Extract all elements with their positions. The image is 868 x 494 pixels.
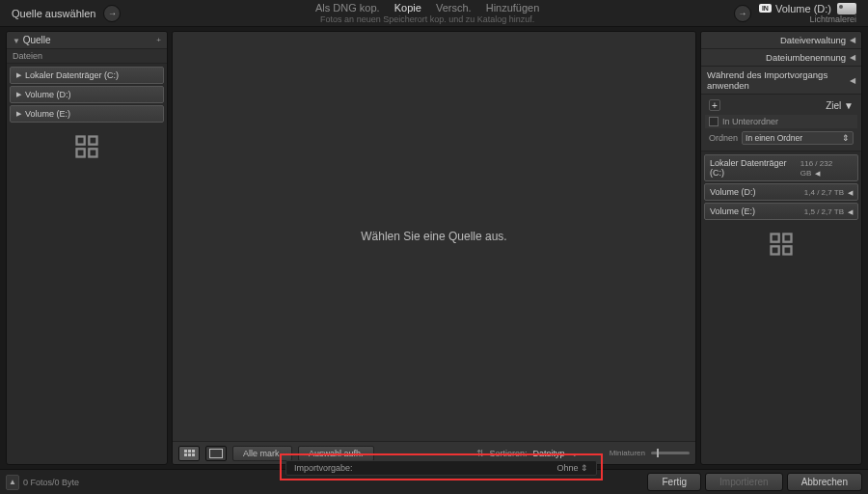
dest-title: Volume (D:)	[775, 3, 831, 14]
chevron-left-icon: ◀	[815, 170, 820, 177]
preview-empty-message: Wählen Sie eine Quelle aus.	[173, 32, 695, 441]
uncheck-all-button[interactable]: Auswahl aufh.	[298, 446, 374, 461]
source-drive-c[interactable]: ▶Lokaler Datenträger (C:)	[10, 67, 164, 84]
chevron-left-icon: ◀	[848, 208, 853, 215]
main-columns: ▼ Quelle + Dateien ▶Lokaler Datenträger …	[0, 27, 868, 469]
organize-row: Ordnen In einen Ordner ⇕	[705, 128, 857, 148]
destination-empty-area	[701, 223, 861, 464]
mode-copy[interactable]: Kopie	[394, 2, 421, 14]
sort-direction-icon[interactable]: ⇅	[476, 448, 484, 458]
grid-view-button[interactable]	[178, 446, 200, 461]
plus-icon[interactable]: +	[156, 36, 161, 44]
thumbnail-size-slider[interactable]	[651, 452, 690, 454]
drive-label: Lokaler Datenträger (C:)	[25, 70, 119, 80]
source-panel-title: Quelle	[23, 35, 51, 45]
top-bar: Quelle auswählen → Als DNG kop. Kopie Ve…	[0, 0, 868, 27]
source-panel: ▼ Quelle + Dateien ▶Lokaler Datenträger …	[6, 31, 168, 465]
dest-drive-d[interactable]: Volume (D:) 1,4 / 2,7 TB◀	[704, 183, 858, 201]
drive-label: Volume (E:)	[25, 109, 70, 119]
chevron-updown-icon: ⇕	[581, 463, 588, 473]
apply-during-import-header[interactable]: Während des Importvorgangs anwenden◀	[701, 67, 861, 95]
subfolder-row[interactable]: In Unterordner	[705, 115, 857, 128]
source-drive-e[interactable]: ▶Volume (E:)	[10, 105, 164, 123]
drive-label: Lokaler Datenträger (C:)	[710, 158, 800, 178]
dest-subtitle: Lichtmalerei	[809, 14, 856, 24]
chevron-updown-icon: ⇕	[842, 133, 850, 143]
destination-drive-list: Lokaler Datenträger (C:) 116 / 232 GB◀ V…	[701, 151, 861, 223]
file-handling-header[interactable]: Dateiverwaltung◀	[701, 32, 861, 49]
dest-badge: IN	[759, 4, 772, 13]
mode-dng[interactable]: Als DNG kop.	[315, 2, 380, 14]
source-empty-area	[7, 125, 167, 464]
sort-label: Sortieren:	[490, 449, 528, 458]
add-destination-button[interactable]: +	[709, 99, 720, 111]
chevron-left-icon: ◀	[848, 189, 853, 196]
svg-rect-2	[77, 149, 85, 156]
import-button[interactable]: Importieren	[705, 473, 783, 491]
drive-size: 1,4 / 2,7 TB	[804, 188, 844, 197]
svg-rect-6	[772, 246, 779, 254]
source-panel-header[interactable]: ▼ Quelle +	[7, 32, 167, 49]
organize-select[interactable]: In einen Ordner ⇕	[742, 131, 854, 145]
single-view-button[interactable]	[205, 446, 227, 461]
drive-label: Volume (E:)	[710, 206, 755, 216]
svg-rect-5	[783, 234, 791, 242]
subfolder-label: In Unterordner	[722, 117, 778, 126]
chevron-down-icon: ▼	[13, 37, 20, 45]
destination-picker[interactable]: IN Volume (D:) Lichtmalerei	[759, 3, 856, 24]
files-subheader: Dateien	[7, 49, 167, 64]
grid-placeholder-icon	[73, 133, 100, 160]
organize-value: In einen Ordner	[746, 133, 802, 143]
status-text: 0 Fotos/0 Byte	[23, 478, 79, 487]
preview-panel: Wählen Sie eine Quelle aus. Alle mark. A…	[172, 31, 696, 465]
dest-drive-c[interactable]: Lokaler Datenträger (C:) 116 / 232 GB◀	[704, 154, 858, 181]
svg-rect-3	[89, 149, 96, 156]
svg-rect-4	[772, 234, 779, 242]
check-all-button[interactable]: Alle mark.	[232, 446, 292, 461]
disk-icon	[837, 3, 856, 14]
cancel-button[interactable]: Abbrechen	[787, 473, 862, 491]
chevron-down-icon[interactable]: ▼	[844, 100, 854, 111]
mode-add[interactable]: Hinzufügen	[486, 2, 540, 14]
destination-block: + Ziel ▼ In Unterordner Ordnen In einen …	[701, 95, 861, 151]
import-mode-group: Als DNG kop. Kopie Versch. Hinzufügen Fo…	[128, 2, 725, 24]
chevron-right-icon: ▶	[16, 91, 21, 98]
svg-rect-1	[89, 137, 96, 145]
destination-panel: Dateiverwaltung◀ Dateiumbenennung◀ Währe…	[700, 31, 862, 465]
drive-label: Volume (D:)	[710, 187, 756, 197]
source-drive-d[interactable]: ▶Volume (D:)	[10, 86, 164, 103]
organize-label: Ordnen	[709, 133, 738, 143]
expand-source-icon[interactable]: →	[103, 5, 121, 22]
mode-subtitle: Fotos an neuen Speicherort kop. und zu K…	[128, 14, 725, 24]
expand-dest-icon[interactable]: →	[734, 5, 751, 22]
drive-label: Volume (D:)	[25, 90, 71, 99]
source-drive-list: ▶Lokaler Datenträger (C:) ▶Volume (D:) ▶…	[7, 64, 167, 125]
chevron-right-icon: ▶	[16, 110, 21, 118]
chevron-left-icon: ◀	[850, 53, 855, 62]
drive-size: 1,5 / 2,7 TB	[804, 207, 844, 216]
svg-rect-0	[77, 137, 85, 145]
mode-move[interactable]: Versch.	[436, 2, 472, 14]
dest-drive-e[interactable]: Volume (E:) 1,5 / 2,7 TB◀	[704, 203, 858, 220]
chevron-left-icon: ◀	[850, 76, 855, 85]
collapse-panel-button[interactable]: ▲	[6, 475, 19, 490]
import-preset-value[interactable]: Ohne	[556, 463, 578, 473]
chevron-left-icon: ◀	[850, 36, 855, 44]
subfolder-checkbox[interactable]	[709, 117, 719, 126]
file-renaming-header[interactable]: Dateiumbenennung◀	[701, 49, 861, 67]
import-preset-bar[interactable]: Importvorgabe: Ohne ⇕	[285, 460, 597, 476]
destination-title: Ziel	[826, 100, 841, 111]
svg-rect-7	[783, 246, 791, 254]
sort-value[interactable]: Dateityp	[533, 449, 565, 458]
done-button[interactable]: Fertig	[647, 473, 701, 491]
import-preset-label: Importvorgabe:	[294, 463, 353, 473]
chevron-right-icon: ▶	[16, 71, 21, 79]
grid-placeholder-icon	[768, 231, 795, 258]
source-picker[interactable]: Quelle auswählen	[12, 8, 95, 19]
thumbnail-size-label: Miniaturen	[610, 449, 645, 457]
